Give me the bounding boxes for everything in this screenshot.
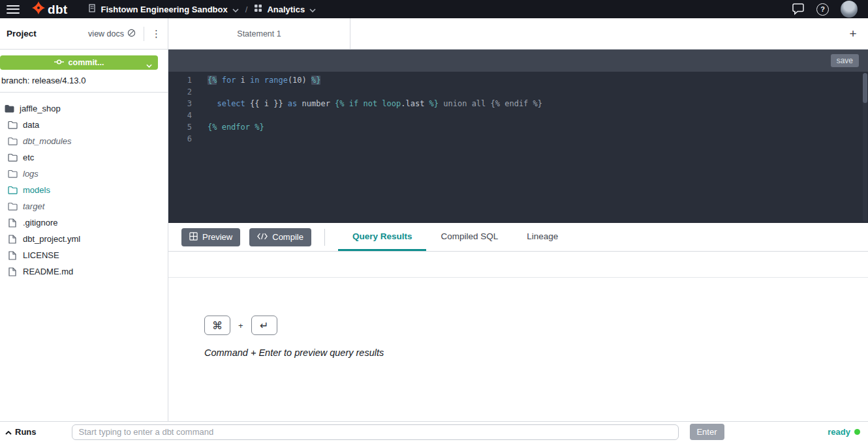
tree-item-label: dbt_project.yml [23,234,80,244]
tree-item-dbt_modules[interactable]: dbt_modules [0,133,168,149]
code-editor[interactable]: 1{% for i in range(10) %}23 select {{ i … [168,72,868,223]
code-line: 4 [168,110,868,121]
tree-item-etc[interactable]: etc [0,149,168,166]
compile-button-label: Compile [272,232,303,242]
editor-scrollbar[interactable] [863,73,867,222]
dbt-logo-text: dbt [48,3,67,16]
line-number: 1 [168,74,192,86]
tab-statement-1[interactable]: Statement 1 [168,18,350,49]
tree-item-label: dbt_modules [23,136,71,146]
topbar: dbt Fishtown Engineering Sandbox / Analy… [0,0,868,18]
enter-button[interactable]: Enter [690,424,724,440]
code-line: 6 [168,133,868,145]
tab-query-results[interactable]: Query Results [338,223,427,251]
line-number: 4 [168,110,192,121]
folder-icon [7,153,18,162]
code-line-text [192,110,208,121]
workspace: Project view docs commit... [0,18,868,421]
building-icon [88,4,96,14]
tree-item-label: logs [23,169,39,179]
kebab-menu-icon[interactable] [144,27,161,41]
menu-icon[interactable] [7,5,20,14]
topbar-actions [792,1,858,18]
command-key-icon: ⌘ [204,316,230,335]
code-line: 3 select {{ i }} as number {% if not loo… [168,98,868,110]
code-line: 5{% endfor %} [168,121,868,133]
chevron-down-icon [232,5,239,14]
plus-separator: + [238,321,243,331]
help-icon[interactable] [816,3,829,16]
dbt-logo-mark-icon [31,1,46,18]
project-selector[interactable]: Analytics [254,4,316,14]
tree-item-.gitignore[interactable]: .gitignore [0,214,168,231]
results-tabs: Query ResultsCompiled SQLLineage [338,223,572,251]
tree-item-README.md[interactable]: README.md [0,263,168,280]
save-button[interactable]: save [831,54,859,67]
file-icon [7,251,18,260]
chevron-up-icon [5,427,12,437]
editor-tabstrip: Statement 1 + [168,18,868,50]
tab-statement-1-label: Statement 1 [237,29,281,38]
tree-item-label: LICENSE [23,250,59,260]
tree-item-label: models [23,185,50,195]
tree-item-logs[interactable]: logs [0,166,168,182]
folder-icon [7,137,18,145]
account-selector[interactable]: Fishtown Engineering Sandbox [88,4,238,14]
code-line-text [192,133,208,145]
code-line: 1{% for i in range(10) %} [168,74,868,86]
branch-label: branch: release/4.13.0 [0,70,168,93]
avatar[interactable] [841,1,858,18]
tree-item-label: etc [23,153,34,162]
account-label: Fishtown Engineering Sandbox [101,5,227,14]
compile-button[interactable]: Compile [249,228,311,246]
project-panel-title: Project [7,29,37,38]
tree-item-models[interactable]: models [0,182,168,198]
editor-scrollbar-thumb[interactable] [863,73,867,103]
dbt-cloud-ide: dbt Fishtown Engineering Sandbox / Analy… [0,0,868,442]
shortcut-keys: ⌘ + ↵ [204,316,868,335]
file-icon [7,235,18,244]
commit-button[interactable]: commit... [0,55,158,70]
tree-item-label: .gitignore [23,218,57,228]
runs-toggle[interactable]: Runs [5,427,37,437]
tree-item-target[interactable]: target [0,198,168,214]
tab-lineage[interactable]: Lineage [512,223,572,251]
dbt-command-input[interactable] [72,424,679,440]
preview-button-label: Preview [202,232,232,242]
chat-icon[interactable] [792,3,805,15]
tree-item-data[interactable]: data [0,117,168,133]
git-commit-icon [54,58,64,67]
tree-item-LICENSE[interactable]: LICENSE [0,247,168,263]
code-line-text: {% for i in range(10) %} [192,74,320,86]
shortcut-hint-text: Command + Enter to preview query results [204,347,868,358]
line-number: 3 [168,98,192,110]
folder-open-icon [4,104,14,113]
view-docs-button[interactable]: view docs [88,29,136,39]
line-number: 6 [168,133,192,145]
code-lines: 1{% for i in range(10) %}23 select {{ i … [168,74,868,145]
sidebar-header: Project view docs [0,18,168,50]
status-label: ready [828,427,850,437]
editor-toolbar: save [168,50,868,72]
grid-icon [254,4,262,14]
file-tree: jaffle_shopdatadbt_modulesetclogsmodelst… [0,93,168,280]
tree-item-jaffle_shop[interactable]: jaffle_shop [0,100,168,117]
preview-button[interactable]: Preview [181,228,240,246]
results-toolbar: Preview Compile Query ResultsCompiled SQ… [168,223,868,252]
file-icon [7,218,18,228]
add-tab-button[interactable]: + [838,18,868,49]
results-subheader [168,252,868,278]
tab-compiled-sql[interactable]: Compiled SQL [426,223,512,251]
enter-key-icon: ↵ [251,316,277,335]
commit-button-label: commit... [69,58,104,67]
folder-icon [7,169,18,178]
folder-icon [7,202,18,211]
folder-icon [7,186,18,194]
tree-item-dbt_project.yml[interactable]: dbt_project.yml [0,231,168,247]
chevron-down-icon [146,61,152,70]
view-docs-label: view docs [88,29,124,38]
results-empty-state: ⌘ + ↵ Command + Enter to preview query r… [168,278,868,358]
dbt-logo: dbt [31,1,67,18]
file-icon [7,267,18,276]
folder-icon [7,121,18,129]
